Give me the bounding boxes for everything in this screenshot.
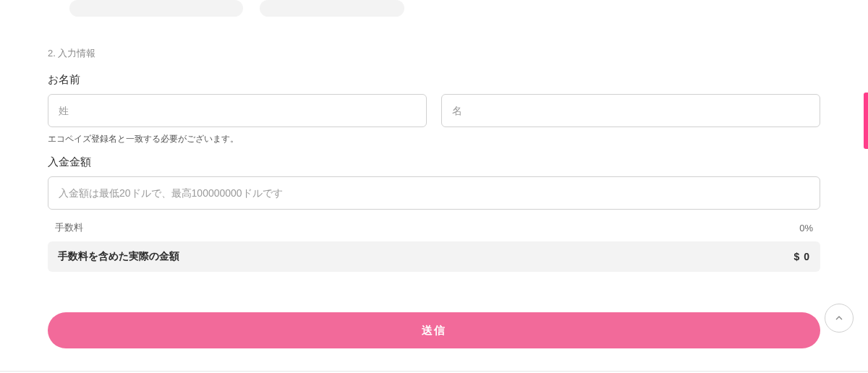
submit-button[interactable]: 送信	[48, 312, 820, 348]
method-option-chip[interactable]	[260, 0, 404, 17]
name-helper-text: エコペイズ登録名と一致する必要がございます。	[48, 133, 820, 145]
side-accent	[864, 93, 868, 149]
last-name-input[interactable]	[48, 94, 427, 127]
total-row: 手数料を含めた実際の金額 $ 0	[48, 241, 820, 272]
fee-label: 手数料	[55, 221, 83, 234]
method-options-row	[48, 0, 820, 17]
scroll-to-top-button[interactable]	[825, 304, 854, 333]
bottom-divider	[0, 371, 868, 372]
fee-row: 手数料 0%	[48, 217, 820, 241]
total-label: 手数料を含めた実際の金額	[58, 250, 179, 263]
amount-label: 入金金額	[48, 155, 820, 169]
first-name-input[interactable]	[441, 94, 820, 127]
section-label: 2. 入力情報	[48, 47, 820, 60]
amount-input[interactable]	[48, 176, 820, 210]
fee-value: 0%	[799, 223, 813, 233]
name-label: お名前	[48, 73, 820, 87]
total-value: $ 0	[794, 251, 810, 262]
chevron-up-icon	[833, 312, 845, 324]
method-option-chip[interactable]	[69, 0, 243, 17]
